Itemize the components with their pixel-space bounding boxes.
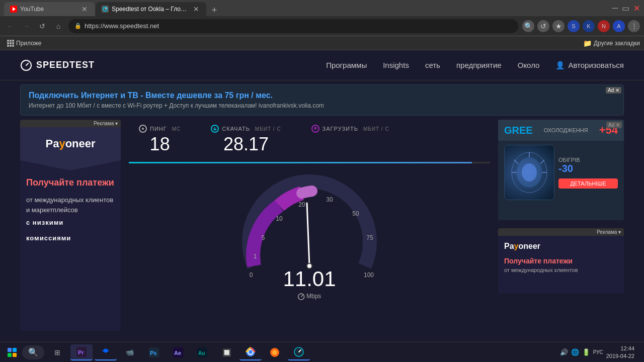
- folder-icon: 📁: [583, 39, 592, 47]
- svg-line-24: [514, 160, 518, 164]
- back-button[interactable]: ←: [4, 22, 16, 30]
- svg-line-2: [105, 8, 107, 9]
- svg-text:Au: Au: [198, 350, 205, 356]
- main-content-row: Реклама ▾ Payoneer Получайте платежи от …: [20, 120, 624, 331]
- audition-icon: Au: [197, 347, 207, 357]
- home-button[interactable]: ⌂: [52, 22, 64, 30]
- close-window-button[interactable]: ✕: [633, 4, 640, 13]
- reload-button[interactable]: ↺: [36, 22, 48, 30]
- menu-button[interactable]: ⋮: [628, 20, 640, 32]
- svg-text:Ae: Ae: [174, 350, 181, 356]
- stats-row: ПИНГ мс 18 СКАЧАТЬ Мбит / с 28.17: [129, 125, 490, 155]
- payoneer-small-logo: Payoneer: [504, 242, 540, 251]
- extension-icon-2[interactable]: ↺: [537, 20, 549, 32]
- extension-icon-3[interactable]: S: [568, 20, 580, 32]
- taskbar-clock[interactable]: 12:44 2019-04-22: [606, 345, 634, 359]
- right-ad-2-text-area: Получайте платежи от международных клиен…: [498, 257, 624, 273]
- tab-youtube-close[interactable]: ✕: [80, 5, 89, 13]
- tab-youtube[interactable]: YouTube ✕: [4, 2, 95, 16]
- minimize-button[interactable]: ─: [612, 4, 618, 13]
- taskbar-app-premiere[interactable]: Pr: [70, 344, 93, 360]
- login-button[interactable]: 👤 Авторизоваться: [555, 61, 624, 70]
- user-avatar[interactable]: A: [613, 20, 625, 32]
- temp-neg-value: -30: [558, 163, 618, 174]
- forward-button[interactable]: →: [20, 22, 32, 30]
- gauge-svg-container: 0 1 5 10 20 30 50 75 100 11.01 Mbps: [229, 165, 390, 306]
- speedtest-favicon: [102, 6, 109, 13]
- left-ad-payoneer: Реклама ▾ Payoneer Получайте платежи от …: [20, 120, 121, 331]
- taskbar-app-speedtest[interactable]: [288, 344, 310, 360]
- tab-add-button[interactable]: +: [207, 4, 221, 16]
- gree-cooling-text: ОХОЛОДЖЕННЯ: [544, 127, 588, 133]
- premiere-icon: Pr: [76, 347, 87, 357]
- gauge-unit-icon: [298, 293, 305, 300]
- battery-icon[interactable]: 🔋: [582, 348, 590, 356]
- left-ad-rec-label[interactable]: Реклама ▾: [20, 120, 121, 127]
- taskbar-app-photoshop[interactable]: Ps: [143, 344, 165, 360]
- network-icon[interactable]: 🌐: [571, 348, 579, 356]
- right-ad-gree: Ad ✕ GREE ОХОЛОДЖЕННЯ +54: [498, 120, 624, 220]
- nav-programs[interactable]: Программы: [326, 61, 367, 69]
- svg-text:20: 20: [298, 201, 305, 208]
- task-view-button[interactable]: ⊞: [46, 344, 68, 360]
- svg-point-4: [142, 128, 144, 130]
- start-button[interactable]: [4, 344, 20, 360]
- sound-icon[interactable]: 🔊: [560, 348, 568, 356]
- gree-ad-close[interactable]: Ad ✕: [606, 122, 622, 128]
- obgir-label: ОБІГРІВ: [558, 157, 618, 163]
- taskbar-app-dropbox[interactable]: [95, 344, 117, 360]
- upload-stat: ЗАГРУЗИТЬ Мбит / с: [311, 125, 389, 155]
- nav-about[interactable]: Около: [518, 61, 540, 69]
- bookmark-star-icon[interactable]: ★: [552, 20, 565, 32]
- svg-text:100: 100: [364, 272, 374, 279]
- payoneer-logo-y: y: [59, 137, 65, 150]
- download-label-text: СКАЧАТЬ: [222, 126, 250, 132]
- other-bookmarks-folder[interactable]: 📁 Другие закладки: [583, 39, 640, 47]
- ad-label[interactable]: Ad ✕: [606, 87, 621, 94]
- login-label: Авторизоваться: [568, 61, 624, 69]
- search-icon: 🔍: [28, 347, 38, 357]
- right-ad-payoneer: Реклама ▾ Payoneer Получайте платежи от …: [498, 228, 624, 294]
- ad-banner[interactable]: Ad ✕ Подключить Интернет и ТВ - Вместе д…: [20, 84, 624, 116]
- taskbar-search-box[interactable]: 🔍: [22, 345, 44, 359]
- taskbar-app-video[interactable]: 📹: [119, 344, 141, 360]
- svg-point-18: [512, 152, 547, 193]
- ac-unit-visual: [504, 145, 554, 200]
- taskbar-app-ae[interactable]: Ae: [167, 344, 189, 360]
- progress-line-fill: [129, 162, 472, 163]
- right-ad-2-promo: Получайте платежи: [504, 257, 618, 265]
- extension-icon-1[interactable]: 🔍: [522, 20, 534, 32]
- svg-point-19: [517, 157, 542, 188]
- taskbar-app-chrome[interactable]: [239, 344, 262, 360]
- extension-icon-5[interactable]: N: [598, 20, 610, 32]
- detail-button[interactable]: ДЕТАЛЬНІШЕ: [558, 178, 618, 189]
- svg-text:0: 0: [250, 272, 253, 279]
- apps-button[interactable]: Приложе: [4, 39, 44, 48]
- st-logo-text: SPEEDTEST: [36, 60, 95, 70]
- download-unit: Мбит / с: [255, 126, 281, 132]
- ad-description: Интернет до 100 Мбит / с вместе с Wi-Fi …: [29, 102, 615, 109]
- download-icon: [211, 125, 219, 133]
- tab-speedtest[interactable]: Speedtest от Ookla – Глоба... ✕: [96, 2, 206, 16]
- svg-point-20: [522, 163, 537, 182]
- right-ad-2-rec[interactable]: Реклама ▾: [498, 228, 624, 236]
- extension-icon-4[interactable]: K: [583, 20, 595, 32]
- taskbar-app-audition[interactable]: Au: [191, 344, 213, 360]
- maximize-button[interactable]: ▭: [622, 4, 629, 13]
- download-label-row: СКАЧАТЬ Мбит / с: [211, 125, 281, 133]
- tab-speedtest-close[interactable]: ✕: [192, 5, 200, 13]
- nav-network[interactable]: сеть: [425, 61, 440, 69]
- right-ad-2-sub: от международных клиентов: [504, 267, 618, 273]
- nav-insights[interactable]: Insights: [383, 61, 409, 69]
- nav-enterprise[interactable]: предприятие: [456, 61, 502, 69]
- speedtest-logo-icon: [20, 59, 32, 71]
- taskbar-app-unknown[interactable]: 🔲: [215, 344, 237, 360]
- other-bookmarks-label: Другие закладки: [594, 40, 640, 47]
- taskbar-app-firefox[interactable]: [264, 344, 286, 360]
- url-bar[interactable]: 🔒 https://www.speedtest.net: [68, 19, 518, 33]
- browser-chrome: YouTube ✕ Speedtest от Ookla – Глоба... …: [0, 0, 644, 50]
- svg-point-38: [272, 350, 277, 355]
- st-logo[interactable]: SPEEDTEST: [20, 59, 95, 71]
- website-content: SPEEDTEST Программы Insights сеть предпр…: [0, 50, 644, 346]
- taskbar: 🔍 ⊞ Pr 📹 Ps Ae Au 🔲: [0, 342, 644, 362]
